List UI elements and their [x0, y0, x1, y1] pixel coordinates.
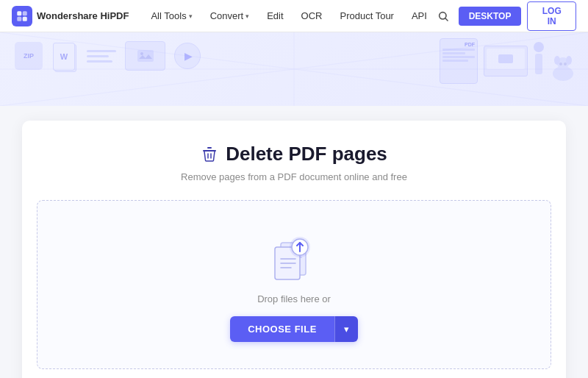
page-subtitle: Remove pages from a PDF document online …	[181, 171, 407, 182]
svg-rect-0	[17, 11, 21, 15]
svg-line-5	[445, 18, 448, 21]
main-card: Delete PDF pages Remove pages from a PDF…	[22, 121, 566, 378]
svg-rect-1	[23, 11, 27, 15]
svg-rect-18	[203, 150, 216, 151]
chevron-down-icon: ▾	[245, 13, 249, 20]
upload-illustration	[265, 230, 323, 282]
chevron-down-icon: ▾	[344, 324, 349, 335]
choose-file-dropdown-button[interactable]: ▾	[334, 316, 358, 342]
hero-banner: ZIP W ▶ PDF	[0, 32, 588, 106]
nav-ocr[interactable]: OCR	[294, 6, 330, 26]
drop-zone[interactable]: Drop files here or CHOOSE FILE ▾	[37, 200, 551, 369]
logo-icon	[12, 6, 32, 26]
search-icon[interactable]	[434, 6, 453, 26]
title-area: Delete PDF pages	[201, 143, 387, 165]
desktop-button[interactable]: DESKTOP	[459, 7, 522, 26]
svg-rect-19	[207, 147, 212, 149]
navbar: Wondershare HiPDF All Tools ▾ Convert ▾ …	[0, 0, 588, 32]
drop-text: Drop files here or	[257, 293, 331, 304]
nav-api[interactable]: API	[404, 6, 434, 26]
choose-file-button[interactable]: CHOOSE FILE	[230, 316, 334, 342]
page-title: Delete PDF pages	[226, 143, 387, 165]
brand-name: Wondershare HiPDF	[37, 10, 129, 21]
login-button[interactable]: LOG IN	[527, 1, 576, 31]
svg-rect-2	[17, 16, 21, 21]
nav-items: All Tools ▾ Convert ▾ Edit OCR Product T…	[143, 6, 434, 26]
main-content: Delete PDF pages Remove pages from a PDF…	[0, 106, 588, 378]
svg-rect-3	[23, 16, 27, 21]
choose-file-group: CHOOSE FILE ▾	[230, 316, 358, 342]
logo-area[interactable]: Wondershare HiPDF	[12, 6, 129, 26]
nav-product-tour[interactable]: Product Tour	[332, 6, 401, 26]
nav-edit[interactable]: Edit	[259, 6, 290, 26]
nav-convert[interactable]: Convert ▾	[203, 6, 257, 26]
chevron-down-icon: ▾	[189, 13, 193, 20]
deco-grid	[0, 32, 588, 106]
trash-icon	[201, 146, 218, 163]
nav-all-tools[interactable]: All Tools ▾	[143, 6, 199, 26]
upload-svg	[265, 229, 323, 282]
